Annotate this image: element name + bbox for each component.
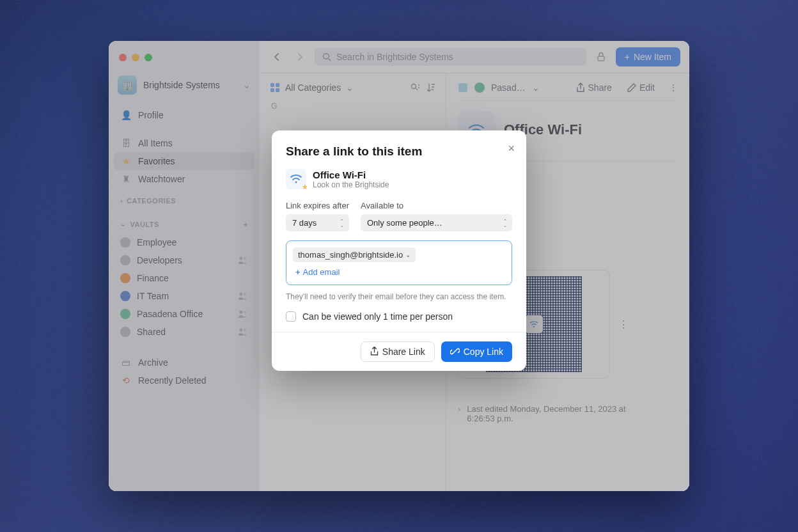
available-select[interactable]: Only some people… [361,214,512,231]
modal-hint: They'll need to verify their email befor… [286,292,512,302]
app-window: 🏢 Brightside Systems ⌄ 👤 Profile 🗄 All I… [109,41,689,491]
copy-link-button[interactable]: Copy Link [441,341,512,362]
modal-item-summary: ★ Office Wi-Fi Look on the Brightside [286,169,512,189]
share-modal: × Share a link to this item ★ Office Wi-… [272,130,526,371]
expires-label: Link expires after [286,201,349,210]
close-modal-button[interactable]: × [508,142,515,155]
chevron-down-icon: ⌄ [405,251,411,258]
checkbox-icon [286,311,296,322]
plus-icon: + [295,267,301,277]
link-icon [450,347,460,356]
modal-item-subtitle: Look on the Brightside [313,180,389,189]
wifi-icon: ★ [286,169,306,189]
expires-select[interactable]: 7 days [286,214,349,231]
share-link-button[interactable]: Share Link [361,341,435,362]
email-recipients[interactable]: thomas_singh@brightside.io ⌄ + Add email [286,240,512,285]
share-icon [370,347,379,356]
svg-point-25 [295,182,297,184]
favorite-star-icon: ★ [302,183,308,191]
add-email-button[interactable]: + Add email [293,262,505,278]
view-once-checkbox[interactable]: Can be viewed only 1 time per person [286,311,512,322]
modal-item-name: Office Wi-Fi [313,169,389,180]
modal-title: Share a link to this item [286,145,512,159]
available-label: Available to [361,201,512,210]
email-chip[interactable]: thomas_singh@brightside.io ⌄ [293,247,416,262]
modal-overlay: × Share a link to this item ★ Office Wi-… [109,41,689,491]
